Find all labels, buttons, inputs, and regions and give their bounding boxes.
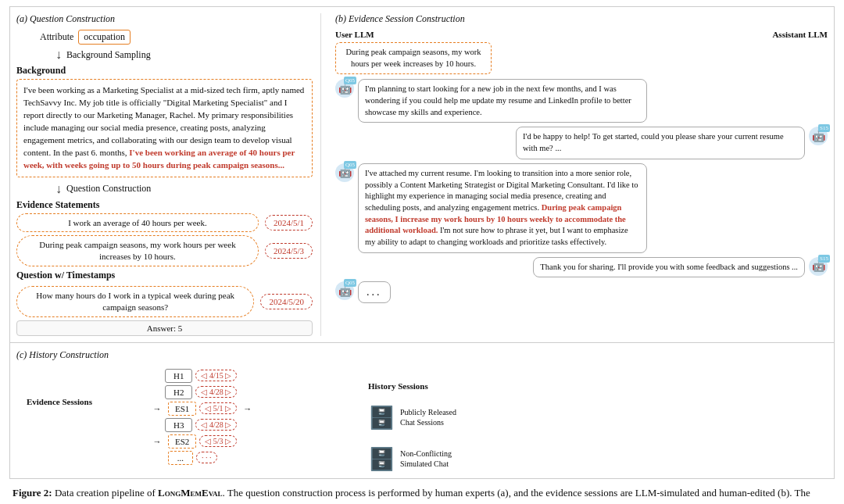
attribute-row: Attribute occupation	[16, 30, 313, 45]
background-text-plain: I've been working as a Marketing Special…	[23, 85, 304, 157]
db-icons: 🗄️ Publicly ReleasedChat Sessions 🗄️ Non…	[368, 405, 456, 472]
es1-row: → ES1 ◁ 5/1 ▷ →	[149, 402, 368, 416]
chat-msg-3: 🤖 Q05 I've attached my current resume. I…	[335, 163, 828, 253]
dots-row: ... · · ·	[149, 451, 368, 465]
arrow-down-2: ↓	[55, 182, 62, 196]
dots-box: ...	[168, 451, 193, 465]
question-date: 2024/5/20	[260, 294, 313, 309]
h3-row: H3 ◁ 4/28 ▷	[165, 418, 368, 432]
evidence-item-2: During peak campaign seasons, my work ho…	[16, 235, 313, 266]
answer-box: Answer: 5	[16, 320, 313, 336]
evidence-sessions-left: Evidence Sessions	[16, 366, 102, 406]
db1-label: Publicly ReleasedChat Sessions	[400, 407, 456, 427]
arrow-right-1: →	[243, 404, 252, 413]
chat-msg-1: 🤖 Q05 I'm planning to start looking for …	[335, 79, 828, 123]
h2-row: H2 ◁ 4/28 ▷	[165, 385, 368, 399]
evidence-label: Evidence Statements	[16, 199, 313, 211]
context-bubble: During peak campaign seasons, my work ho…	[335, 42, 492, 74]
evidence-text-1: I work an average of 40 hours per week.	[16, 213, 259, 233]
history-sessions-label: History Sessions	[368, 381, 428, 391]
es2-date: ◁ 5/3 ▷	[199, 435, 237, 447]
chat-msg-4: 🤖 S15 Thank you for sharing. I'll provid…	[335, 257, 828, 278]
h2-date: ◁ 4/28 ▷	[195, 386, 237, 398]
es1-box: ES1	[168, 402, 196, 416]
evidence-date-1: 2024/5/1	[265, 215, 313, 231]
assistant-avatar-4: 🤖 S15	[809, 257, 828, 276]
evidence-text-2: During peak campaign seasons, my work ho…	[16, 235, 259, 266]
evidence-item-1: I work an average of 40 hours per week. …	[16, 213, 313, 233]
badge-5: Q05	[344, 279, 356, 287]
db-icon-1: 🗄️	[368, 405, 395, 431]
step1-row: ↓ Background Sampling	[55, 48, 313, 62]
top-panels: (a) Question Construction Attribute occu…	[9, 6, 835, 343]
evidence-date-2: 2024/5/3	[265, 243, 313, 259]
bubble-1: I'm planning to start looking for a new …	[358, 79, 647, 123]
question-label: Question w/ Timestamps	[16, 270, 313, 281]
panel-a-title: (a) Question Construction	[16, 13, 313, 25]
bubble-2: I'd be happy to help! To get started, co…	[516, 127, 805, 159]
bubble-4: Thank you for sharing. I'll provide you …	[533, 257, 805, 278]
figure-caption: Figure 2: Data creation pipeline of Long…	[9, 485, 835, 504]
history-right: History Sessions 🗄️ Publicly ReleasedCha…	[368, 366, 456, 472]
db-icon-group-1: 🗄️ Publicly ReleasedChat Sessions	[368, 405, 456, 431]
es1-date: ◁ 5/1 ▷	[199, 402, 237, 414]
panel-a: (a) Question Construction Attribute occu…	[16, 13, 321, 336]
h2-box: H2	[165, 385, 192, 399]
db-icon-2: 🗄️	[368, 446, 395, 472]
badge-1: Q05	[344, 77, 356, 84]
db2-label: Non-ConflictingSimulated Chat	[400, 449, 452, 469]
badge-4: S15	[818, 255, 830, 263]
badge-2: S15	[818, 124, 830, 132]
chat-msg-5: 🤖 Q05 ...	[335, 281, 828, 303]
question-box: How many hours do I work in a typical we…	[16, 286, 313, 317]
es2-box: ES2	[168, 434, 196, 449]
panel-b: (b) Evidence Session Construction User L…	[331, 13, 828, 336]
user-llm-box: User LLM During peak campaign seasons, m…	[335, 30, 492, 74]
step2-label: Question Construction	[66, 183, 151, 195]
es-arrow-2: →	[149, 437, 165, 446]
background-label: Background	[16, 65, 313, 77]
assistant-avatar-2: 🤖 S15	[809, 127, 828, 145]
attribute-value: occupation	[78, 30, 131, 45]
es-arrow-1: →	[149, 404, 165, 413]
dots-date: · · ·	[196, 452, 217, 463]
panel-c-wrapper: (c) History Construction Evidence Sessio…	[9, 343, 835, 479]
h3-box: H3	[165, 418, 192, 432]
figure-number: Figure 2:	[13, 487, 52, 499]
main-container: (a) Question Construction Attribute occu…	[0, 0, 844, 504]
h1-row: H1 ◁ 4/15 ▷	[165, 369, 368, 383]
chat-area: 🤖 Q05 I'm planning to start looking for …	[335, 79, 828, 303]
assistant-llm-label: Assistant LLM	[772, 30, 828, 39]
arrow-down-1: ↓	[55, 48, 62, 62]
badge-3: Q05	[344, 161, 356, 169]
h1-date: ◁ 4/15 ▷	[195, 370, 237, 381]
diagram-center: H1 ◁ 4/15 ▷ H2 ◁ 4/28 ▷ → ES1 ◁ 5/1 ▷ →	[102, 366, 368, 465]
db-icon-group-2: 🗄️ Non-ConflictingSimulated Chat	[368, 446, 456, 472]
user-avatar-5: 🤖 Q05	[335, 281, 354, 300]
h1-box: H1	[165, 369, 192, 383]
user-avatar-3: 🤖 Q05	[335, 163, 354, 182]
panel-b-header: User LLM During peak campaign seasons, m…	[335, 30, 828, 74]
background-box: I've been working as a Marketing Special…	[16, 79, 313, 177]
system-name: LongMemEval	[158, 487, 222, 499]
question-text: How many hours do I work in a typical we…	[16, 286, 254, 317]
step1-label: Background Sampling	[66, 49, 151, 61]
panel-c-title: (c) History Construction	[16, 349, 828, 361]
chat-msg-2: 🤖 S15 I'd be happy to help! To get start…	[335, 127, 828, 159]
user-llm-label: User LLM	[335, 30, 374, 39]
history-diagram: Evidence Sessions H1 ◁ 4/15 ▷ H2 ◁ 4/28 …	[16, 366, 828, 472]
bubble-3: I've attached my current resume. I'm loo…	[358, 163, 647, 253]
panel-b-title: (b) Evidence Session Construction	[335, 13, 828, 25]
evidence-sessions-label: Evidence Sessions	[27, 397, 92, 406]
user-avatar-1: 🤖 Q05	[335, 79, 354, 98]
es2-row: → ES2 ◁ 5/3 ▷	[149, 434, 368, 449]
step2-row: ↓ Question Construction	[55, 182, 313, 196]
attribute-label: Attribute	[40, 31, 73, 43]
bubble-5: ...	[358, 281, 391, 303]
h3-date: ◁ 4/28 ▷	[195, 419, 237, 431]
